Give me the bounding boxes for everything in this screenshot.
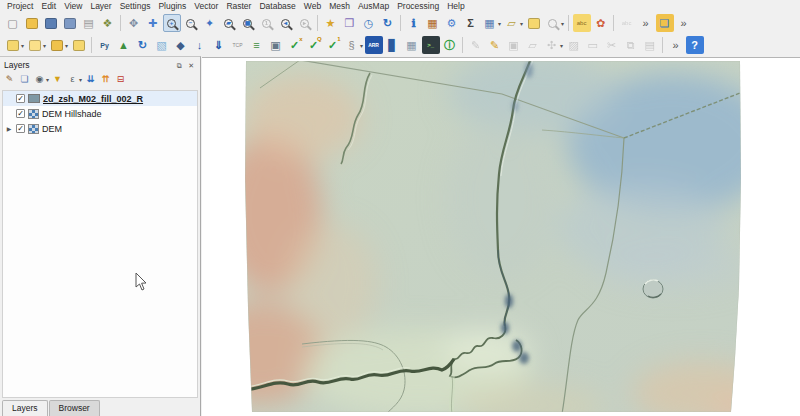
show-bookmarks-icon[interactable]: ❒ <box>341 14 359 32</box>
open-project-icon[interactable] <box>23 14 41 32</box>
zoom-full-icon[interactable]: ✦ <box>201 14 219 32</box>
layer-visibility-checkbox[interactable]: ✓ <box>16 124 25 133</box>
delete-selected-icon[interactable]: ▭ <box>584 36 602 54</box>
menu-settings[interactable]: Settings <box>116 0 155 12</box>
plugin-check-x-icon[interactable]: ✓x <box>286 36 304 54</box>
label-toolbar-icon[interactable]: abc <box>573 14 591 32</box>
menu-raster[interactable]: Raster <box>222 0 255 12</box>
python-console-icon[interactable]: Py <box>96 36 114 54</box>
filter-by-expression-icon[interactable]: ε <box>66 73 80 87</box>
deselect-features-icon[interactable] <box>26 36 44 54</box>
layer-row[interactable]: ✓2d_zsh_M02_fill_002_R <box>3 91 197 106</box>
select-features-icon[interactable] <box>4 36 22 54</box>
zoom-next-icon[interactable]: ▸ <box>296 14 314 32</box>
quickmap-services-icon[interactable]: ▧ <box>153 36 171 54</box>
help-icon[interactable]: ? <box>686 36 704 54</box>
add-group-icon[interactable]: ❏ <box>18 73 32 87</box>
toolbar-overflow-2-icon[interactable]: » <box>675 14 693 32</box>
layer-visibility-checkbox[interactable]: ✓ <box>16 94 25 103</box>
screenshot-icon[interactable]: ▣ <box>267 36 285 54</box>
toolbar-overflow-3-icon[interactable]: » <box>667 36 685 54</box>
cut-features-icon[interactable]: ✂ <box>603 36 621 54</box>
vertex-tool-icon[interactable]: ✣ <box>543 36 561 54</box>
tcp-connection-icon[interactable]: TCP <box>229 36 247 54</box>
menu-layer[interactable]: Layer <box>86 0 115 12</box>
current-edits-icon[interactable]: ✎ <box>467 36 485 54</box>
remove-layer-icon[interactable]: ⊟ <box>114 73 128 87</box>
menu-vector[interactable]: Vector <box>190 0 222 12</box>
zoom-native-icon[interactable]: 1 <box>258 14 276 32</box>
toggle-editing-icon[interactable]: ✎ <box>486 36 504 54</box>
panel-float-icon[interactable]: ⧉ <box>175 62 184 69</box>
plugin-check-1-icon[interactable]: ✓1 <box>324 36 342 54</box>
temporal-controller-icon[interactable]: ◷ <box>360 14 378 32</box>
menu-plugins[interactable]: Plugins <box>154 0 190 12</box>
zoom-in-icon[interactable]: + <box>163 14 181 32</box>
filter-legend-icon[interactable]: ▼ <box>51 73 65 87</box>
statistical-summary-icon[interactable]: ▦ <box>424 14 442 32</box>
layer-name[interactable]: DEM <box>42 124 62 134</box>
save-project-icon[interactable] <box>42 14 60 32</box>
download-layer-icon[interactable]: ↓ <box>191 36 209 54</box>
menu-help[interactable]: Help <box>443 0 468 12</box>
map-tips-icon[interactable] <box>525 14 543 32</box>
zoom-out-icon[interactable]: − <box>182 14 200 32</box>
save-edits-icon[interactable]: ▣ <box>505 36 523 54</box>
menu-view[interactable]: View <box>60 0 86 12</box>
menu-ausmap[interactable]: AusMap <box>354 0 393 12</box>
layer-row[interactable]: ▶✓DEM <box>3 121 197 136</box>
layer-row[interactable]: ✓DEM Hillshade <box>3 106 197 121</box>
profile-tool-icon[interactable]: ▲ <box>115 36 133 54</box>
new-bookmark-icon[interactable]: ★ <box>322 14 340 32</box>
layer-name[interactable]: DEM Hillshade <box>42 109 102 119</box>
show-statistics-icon[interactable]: Σ <box>462 14 480 32</box>
processing-toolbox-icon[interactable]: ⚙ <box>443 14 461 32</box>
add-feature-icon[interactable]: ▱ <box>524 36 542 54</box>
osm-edit-icon[interactable]: ◆ <box>172 36 190 54</box>
select-by-value-icon[interactable] <box>70 36 88 54</box>
menu-web[interactable]: Web <box>300 0 325 12</box>
measure-icon[interactable]: ▱ <box>503 14 521 32</box>
menu-database[interactable]: Database <box>255 0 299 12</box>
pan-to-selection-icon[interactable]: ✚ <box>144 14 162 32</box>
diagram-options-icon[interactable]: abc <box>618 14 636 32</box>
serval-plugin-icon[interactable]: ▊ <box>384 36 402 54</box>
panel-close-icon[interactable]: ✕ <box>186 62 196 69</box>
terminal-icon[interactable]: >_ <box>422 36 440 54</box>
toolbar-overflow-1-icon[interactable]: » <box>637 14 655 32</box>
attribute-table-icon[interactable]: ▦ <box>481 14 499 32</box>
map-canvas[interactable] <box>202 57 800 416</box>
pan-map-icon[interactable]: ✥ <box>125 14 143 32</box>
new-print-layout-icon[interactable]: ▤ <box>80 14 98 32</box>
zoom-to-selection-icon[interactable]: ▰ <box>220 14 238 32</box>
raster-grid-icon[interactable]: ▦ <box>403 36 421 54</box>
collapse-all-icon[interactable]: ⇈ <box>99 73 113 87</box>
manage-map-themes-icon[interactable]: ◉ <box>33 73 47 87</box>
zoom-to-layer-icon[interactable]: ▦ <box>239 14 257 32</box>
menu-processing[interactable]: Processing <box>393 0 443 12</box>
zoom-level-icon[interactable] <box>544 14 562 32</box>
attachment-icon[interactable]: § <box>343 36 361 54</box>
menu-project[interactable]: Project <box>3 0 37 12</box>
open-styling-panel-icon[interactable]: ✎ <box>3 73 17 87</box>
menu-edit[interactable]: Edit <box>37 0 60 12</box>
refresh-map-icon[interactable]: ↻ <box>379 14 397 32</box>
identify-features-icon[interactable]: ℹ <box>405 14 423 32</box>
tab-browser[interactable]: Browser <box>49 400 100 416</box>
layer-name[interactable]: 2d_zsh_M02_fill_002_R <box>43 94 143 104</box>
menu-mesh[interactable]: Mesh <box>325 0 354 12</box>
info-pointer-icon[interactable]: ⓘ <box>441 36 459 54</box>
plugin-check-q-icon[interactable]: ✓Q <box>305 36 323 54</box>
new-project-icon[interactable]: ▢ <box>4 14 22 32</box>
expand-all-icon[interactable]: ⇊ <box>84 73 98 87</box>
arr-plugin-icon[interactable]: ARR <box>365 36 383 54</box>
download-file-icon[interactable]: ⇓ <box>210 36 228 54</box>
manage-layers-icon[interactable]: ❏ <box>656 14 674 32</box>
copy-features-icon[interactable]: ⧉ <box>622 36 640 54</box>
select-by-form-icon[interactable] <box>48 36 66 54</box>
zoom-last-icon[interactable]: ◂ <box>277 14 295 32</box>
layer-labeling-icon[interactable]: ✿ <box>592 14 610 32</box>
tab-layers[interactable]: Layers <box>2 400 48 416</box>
layer-list-icon[interactable]: ≡ <box>248 36 266 54</box>
layer-visibility-checkbox[interactable]: ✓ <box>16 109 25 118</box>
